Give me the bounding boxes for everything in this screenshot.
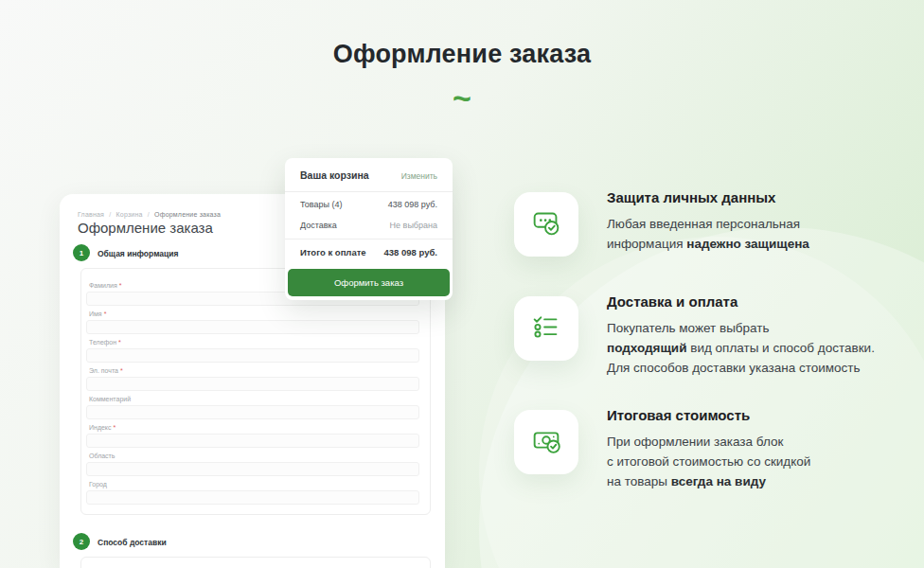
field-label: Комментарий*: [89, 395, 419, 403]
section-title: Оформление заказа: [0, 40, 924, 69]
form-field: Область*: [86, 452, 419, 476]
required-mark: *: [114, 424, 116, 431]
feature-body: При оформлении заказа блок с итоговой ст…: [607, 432, 910, 491]
text-input[interactable]: [86, 405, 419, 419]
breadcrumb-home-link[interactable]: Главная: [78, 211, 104, 218]
feature-body: Любая введенная персональная информация …: [607, 214, 910, 254]
text-input[interactable]: [86, 490, 419, 505]
field-label: Область*: [89, 452, 419, 460]
form-field: Эл. почта*: [86, 366, 419, 391]
step-1-label: Общая информация: [98, 249, 178, 258]
required-mark: *: [120, 367, 123, 374]
breadcrumb: Главная / Корзина / Оформление заказа: [78, 211, 221, 218]
cart-row-label: Доставка: [300, 221, 337, 230]
text-input[interactable]: [86, 320, 419, 334]
feature-icon-card: [514, 192, 578, 257]
form-field: Имя*: [86, 310, 419, 334]
banknote-check-icon: [528, 422, 564, 462]
text-input[interactable]: [86, 434, 419, 448]
breadcrumb-cart-link[interactable]: Корзина: [116, 211, 143, 218]
form-field: Комментарий*: [86, 395, 419, 419]
field-label: Имя*: [89, 310, 419, 318]
feature-text: Итоговая стоимость При оформлении заказа…: [607, 407, 910, 491]
step-2-label: Способ доставки: [98, 538, 167, 547]
text-input[interactable]: [86, 462, 419, 476]
form-field: Индекс*: [86, 423, 419, 448]
breadcrumb-separator: /: [109, 211, 111, 218]
cart-edit-link[interactable]: Изменить: [401, 171, 437, 181]
field-label: Телефон*: [89, 338, 419, 346]
feature-icon-card: [514, 296, 578, 361]
form-field: Город*: [86, 480, 419, 505]
cart-total-value: 438 098 руб.: [384, 247, 437, 257]
feature-title: Защита личных данных: [607, 189, 910, 206]
required-mark: *: [119, 282, 122, 289]
field-label: Эл. почта*: [89, 366, 419, 375]
divider: [285, 239, 453, 240]
tilde-decoration: ~: [0, 83, 924, 112]
delivery-method-panel: [80, 557, 431, 568]
general-info-form-panel: Фамилия* Имя* Телефон* Эл. почта*: [80, 268, 431, 515]
chat-check-icon: [528, 204, 564, 244]
checklist-icon: [528, 309, 564, 348]
cart-row-delivery: Доставка Не выбрана: [300, 221, 437, 232]
cart-title: Ваша корзина: [300, 169, 369, 181]
feature-icon-card: [514, 410, 578, 474]
text-input[interactable]: [86, 377, 419, 391]
feature-title: Доставка и оплата: [607, 293, 910, 311]
step-1-badge: 1: [73, 244, 90, 261]
cart-row-items: Товары (4) 438 098 руб.: [300, 200, 437, 211]
form-field: Телефон*: [86, 338, 419, 363]
breadcrumb-separator: /: [148, 211, 150, 218]
cart-row-label: Товары (4): [300, 200, 342, 209]
required-mark: *: [104, 311, 107, 317]
step-2-badge: 2: [73, 533, 90, 550]
feature-text: Доставка и оплата Покупатель может выбра…: [607, 293, 910, 378]
text-input[interactable]: [86, 348, 419, 363]
feature-text: Защита личных данных Любая введенная пер…: [607, 189, 910, 254]
background-circle: [479, 237, 924, 568]
divider: [285, 191, 453, 192]
field-label: Город*: [89, 480, 419, 488]
field-label: Индекс*: [89, 423, 419, 432]
checkout-heading: Оформление заказа: [78, 220, 213, 236]
checkout-button[interactable]: Оформить заказ: [288, 269, 450, 296]
breadcrumb-current: Оформление заказа: [154, 211, 221, 218]
checkout-promo-section: Оформление заказа ~ Главная / Корзина / …: [0, 0, 924, 568]
cart-row-value: Не выбрана: [390, 221, 437, 230]
cart-summary-card: Ваша корзина Изменить Товары (4) 438 098…: [285, 158, 453, 300]
cart-total-label: Итого к оплате: [300, 247, 366, 257]
cart-total-row: Итого к оплате 438 098 руб.: [300, 247, 437, 258]
required-mark: *: [118, 339, 121, 346]
feature-body: Покупатель может выбрать подходящий вид …: [607, 318, 910, 378]
cart-row-value: 438 098 руб.: [388, 200, 437, 209]
feature-title: Итоговая стоимость: [607, 407, 910, 424]
